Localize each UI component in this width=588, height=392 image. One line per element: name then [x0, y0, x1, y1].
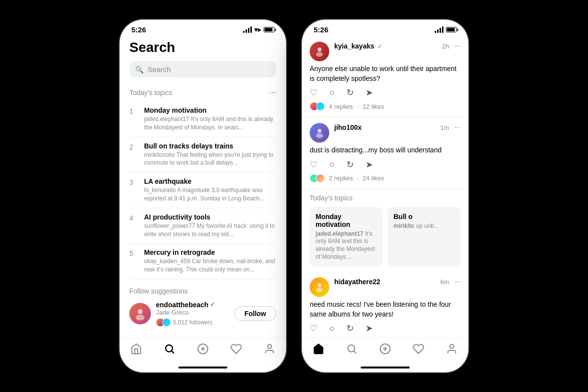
left-phone: 5:26 ▾▸ Search 🔍 [120, 20, 286, 372]
post-1-meta: kyia_kayaks ✓ 2h ··· [334, 42, 461, 50]
more-icon[interactable]: ··· [269, 87, 276, 98]
repost-action-1[interactable]: ↻ [346, 87, 354, 98]
post-2-more-icon[interactable]: ··· [454, 123, 461, 132]
svg-point-10 [318, 129, 321, 133]
topic-num-2: 2 [129, 143, 137, 151]
search-placeholder: Search [147, 65, 171, 74]
topic-preview-3: hi_kimuraito A magnitude 3.0 earthquake … [144, 186, 276, 203]
topic-author-3: hi_kimuraito [144, 187, 176, 194]
topics-label: Today's topics [129, 89, 172, 97]
topic-num-5: 5 [129, 249, 137, 257]
post-3-header: hidayathere22 6m ··· [310, 277, 461, 297]
topic-item-1[interactable]: 1 Monday motivation jaded.elephant17 It'… [129, 101, 276, 137]
right-topics-cards: Monday motivation jaded.elephant17 It's … [310, 207, 461, 267]
nav-home[interactable] [130, 343, 142, 355]
svg-point-8 [318, 48, 321, 51]
post-1-replies: 4 replies [329, 103, 353, 110]
right-topics-label: Today's topics [310, 194, 461, 202]
topic-content-3: LA earthquake hi_kimuraito A magnitude 3… [144, 177, 276, 203]
like-action-2[interactable]: ♡ [310, 159, 318, 170]
follow-suggestions-label: Follow suggestions [129, 287, 276, 295]
share-action-3[interactable]: ➤ [366, 323, 373, 334]
repost-action-2[interactable]: ↻ [346, 159, 354, 170]
signal-icon-right [435, 26, 443, 33]
post-2-text: dust is distracting...my boss will under… [310, 146, 461, 155]
status-icons-right [435, 26, 457, 33]
svg-point-16 [348, 345, 355, 352]
svg-line-17 [354, 351, 356, 353]
reply-action-3[interactable]: ○ [329, 323, 335, 334]
nav-compose[interactable] [197, 343, 209, 355]
follow-button[interactable]: Follow [234, 306, 276, 321]
nav-search[interactable] [164, 343, 175, 355]
post-3: hidayathere22 6m ··· need music recs! I'… [302, 271, 468, 338]
nav-profile[interactable] [264, 343, 275, 355]
post-1-top: kyia_kayaks ✓ 2h ··· [334, 42, 461, 50]
share-action-2[interactable]: ➤ [366, 159, 373, 170]
nav-compose-right[interactable] [379, 343, 391, 355]
share-action-1[interactable]: ➤ [366, 87, 373, 98]
follower-count: 5,012 followers [173, 319, 213, 326]
like-action-1[interactable]: ♡ [310, 87, 318, 98]
topic-item-3[interactable]: 3 LA earthquake hi_kimuraito A magnitude… [129, 172, 276, 208]
topic-title-5: Mercury in retrograde [144, 248, 276, 256]
follow-username: endoatthebeach ✓ [156, 301, 229, 309]
bottom-nav-right [302, 338, 468, 365]
post-1-likes: 12 likes [363, 103, 384, 110]
post-2-time: 1m [441, 124, 449, 131]
topic-item-2[interactable]: 2 Bull on tracks delays trains mirikitco… [129, 137, 276, 173]
post-3-meta: hidayathere22 6m ··· [334, 277, 461, 286]
follow-display-name: Jade Greco [156, 309, 229, 316]
post-1-text: Anyone else unable to work until their a… [310, 64, 461, 83]
svg-point-21 [450, 344, 454, 348]
topic-preview-2: mirikitcooks That feeling when you're ju… [144, 151, 276, 168]
svg-point-9 [316, 52, 323, 57]
left-phone-content: Search 🔍 Search Today's topics ··· 1 [120, 36, 286, 338]
post-3-more-icon[interactable]: ··· [454, 277, 461, 286]
right-topic-card-2[interactable]: Bull o mirikitc up unb... [388, 207, 461, 267]
follow-followers-row: 5,012 followers [156, 318, 229, 327]
reply-action-1[interactable]: ○ [329, 88, 335, 98]
post-1-more-icon[interactable]: ··· [454, 42, 461, 50]
home-indicator-left [178, 367, 227, 368]
right-topic-2-preview: mirikitc up unb... [393, 222, 455, 230]
nav-like[interactable] [230, 343, 242, 355]
post-2-likes: 24 likes [363, 174, 384, 182]
nav-profile-right[interactable] [446, 343, 458, 355]
topic-num-3: 3 [129, 178, 137, 186]
right-topic-card-1[interactable]: Monday motivation jaded.elephant17 It's … [310, 207, 383, 267]
post-1-time: 2h [442, 43, 449, 50]
topic-item-5[interactable]: 5 Mercury in retrograde okay_kaiden_459 … [129, 244, 276, 279]
topic-content-2: Bull on tracks delays trains mirikitcook… [144, 142, 276, 168]
topic-item-4[interactable]: 4 AI productivity tools sunflower_power7… [129, 208, 276, 244]
topic-author-2: mirikitcooks [144, 151, 175, 158]
post-2-meta: jiho100x 1m ··· [334, 123, 461, 132]
repost-action-3[interactable]: ↻ [346, 323, 354, 334]
search-bar[interactable]: 🔍 Search [129, 61, 276, 77]
right-topic-2-title: Bull o [393, 213, 455, 220]
right-topic-1-title: Monday motivation [316, 213, 377, 228]
nav-like-right[interactable] [413, 343, 424, 355]
post-1-verified: ✓ [377, 43, 383, 50]
avatar-jiho [310, 123, 329, 143]
nav-home-right[interactable] [313, 343, 324, 355]
follow-suggestions: Follow suggestions endoatthebeach ✓ [120, 279, 286, 327]
post-2: jiho100x 1m ··· dust is distracting...my… [302, 117, 468, 189]
topic-content-1: Monday motivation jaded.elephant17 It's … [144, 106, 276, 132]
topic-list: 1 Monday motivation jaded.elephant17 It'… [120, 101, 286, 279]
right-topics-section: Today's topics Monday motivation jaded.e… [302, 189, 468, 271]
nav-search-right[interactable] [346, 343, 358, 355]
wifi-icon: ▾▸ [254, 26, 261, 33]
right-phone: 5:26 [302, 20, 468, 372]
topic-title-2: Bull on tracks delays trains [144, 142, 276, 150]
follow-user-info: endoatthebeach ✓ Jade Greco 5,012 follow… [156, 301, 229, 327]
svg-point-7 [268, 344, 271, 348]
svg-point-1 [136, 315, 145, 320]
post-2-username: jiho100x [334, 123, 362, 131]
topic-author-4: sunflower_power77 [144, 222, 195, 229]
reply-action-2[interactable]: ○ [329, 159, 335, 170]
like-action-3[interactable]: ♡ [310, 323, 318, 334]
post-1-actions: ♡ ○ ↻ ➤ [310, 87, 461, 98]
post-2-stats: 2 replies · 24 likes [310, 174, 461, 183]
topic-content-4: AI productivity tools sunflower_power77 … [144, 213, 276, 239]
